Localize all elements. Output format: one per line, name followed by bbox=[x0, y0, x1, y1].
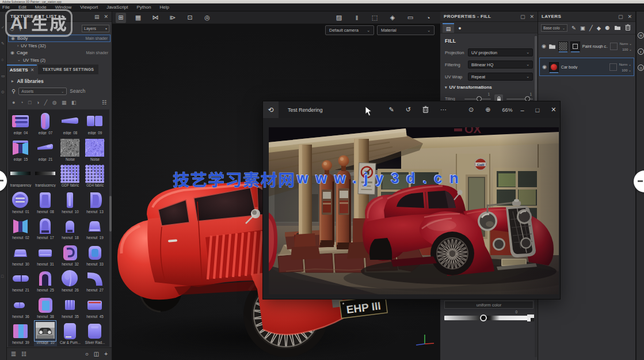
menu-item-file[interactable]: File bbox=[2, 5, 10, 10]
tool-icon[interactable]: ○ bbox=[1, 58, 6, 62]
menu-item-window[interactable]: Window bbox=[55, 5, 71, 10]
detail-view-icon[interactable]: ☷ bbox=[21, 351, 26, 357]
delete-layer-icon[interactable] bbox=[625, 24, 631, 32]
asset-item-noise[interactable]: Noise bbox=[83, 138, 106, 163]
asset-item-hexnut-01[interactable]: hexnut_01 bbox=[9, 191, 32, 215]
minimize-icon[interactable]: – bbox=[520, 107, 524, 113]
layer-row-1[interactable]: ◉Paint rough c...Norm ⌄100 ⌄ bbox=[539, 37, 634, 55]
layer-thumbnail[interactable] bbox=[549, 62, 559, 72]
asset-item-hexnut-32[interactable]: hexnut_32 bbox=[59, 243, 82, 268]
prop-dropdown-filtering[interactable]: Bilinear HQ⌄ bbox=[468, 60, 533, 69]
visibility-eye-icon[interactable]: ◉ bbox=[542, 43, 546, 49]
blend-mode[interactable]: Norm ⌄ bbox=[620, 41, 632, 46]
zoom-out-icon[interactable]: ⊙ bbox=[468, 106, 474, 113]
asset-item-hexnut-25[interactable]: hexnut_25 bbox=[34, 269, 57, 294]
prop-dropdown-projection[interactable]: UV projection⌄ bbox=[468, 48, 533, 56]
edit-render-icon[interactable]: ✎ bbox=[389, 106, 394, 113]
properties-tab-material[interactable]: ● bbox=[454, 23, 466, 33]
filter-texture-icon[interactable]: ▦ bbox=[62, 100, 67, 105]
close-icon[interactable]: ✕ bbox=[551, 106, 556, 113]
tool-icon[interactable]: ▭ bbox=[1, 74, 6, 78]
panel-close-icon[interactable]: ✕ bbox=[529, 14, 534, 20]
asset-item-vintage-10[interactable]: vintage_10 bbox=[34, 321, 57, 346]
list-view-icon[interactable]: ☰ bbox=[11, 351, 16, 357]
menu-item-python[interactable]: Python bbox=[137, 5, 151, 10]
layer-row-2[interactable]: ◉Car bodyNorm ⌄100 ⌄ bbox=[539, 58, 634, 76]
layers-filter-dropdown[interactable]: Base colo⌄ bbox=[541, 24, 567, 32]
layer-thumbnail[interactable] bbox=[558, 41, 568, 51]
asset-item-hexnut-39[interactable]: hexnut_39 bbox=[9, 321, 32, 346]
menu-item-help[interactable]: Help bbox=[159, 5, 169, 10]
uv-transformations-header[interactable]: ▾UV transformations bbox=[445, 85, 533, 90]
asset-item-translucency[interactable]: translucency bbox=[34, 164, 57, 189]
display-settings-icon[interactable]: ✉ bbox=[638, 32, 644, 39]
panel-dock-icon[interactable]: ▢ bbox=[520, 14, 525, 20]
uniform-color-knob[interactable] bbox=[480, 314, 487, 321]
zoom-in-icon[interactable]: ⊕ bbox=[485, 106, 490, 113]
asset-item-gd4-fabric[interactable]: GD4 fabric bbox=[83, 164, 106, 189]
asset-item-edge-15[interactable]: edge_15 bbox=[9, 138, 32, 163]
menu-item-javascript[interactable]: JavaScript bbox=[106, 5, 128, 10]
expand-icon[interactable]: ⌄ bbox=[17, 58, 21, 62]
uniform-color-button[interactable]: uniform color bbox=[444, 301, 534, 309]
asset-item-hexnut-19[interactable]: hexnut_19 bbox=[83, 217, 106, 241]
asset-item-edge-07[interactable]: edge_07 bbox=[34, 112, 57, 137]
asset-item-hexnut-08[interactable]: hexnut_08 bbox=[34, 191, 57, 215]
filter-material-icon[interactable]: ◑ bbox=[36, 100, 39, 105]
tiling-x-slider[interactable]: 1 bbox=[464, 98, 491, 100]
tool-icon[interactable]: ✎ bbox=[1, 41, 6, 46]
asset-item-edge-09[interactable]: edge_09 bbox=[83, 112, 106, 137]
asset-item-noise[interactable]: Noise bbox=[59, 138, 82, 163]
refresh-render-icon[interactable]: ↺ bbox=[406, 106, 411, 113]
circle-view-icon[interactable]: ○ bbox=[85, 351, 89, 357]
filter-all-icon[interactable]: ● bbox=[12, 100, 15, 105]
split-view-icon[interactable]: ◫ bbox=[94, 351, 99, 357]
search-scope-dropdown[interactable]: Assets⌄ bbox=[18, 88, 67, 95]
asset-item-transparency[interactable]: transparency bbox=[9, 164, 32, 189]
filter-alpha-icon[interactable]: □ bbox=[28, 100, 31, 105]
more-options-icon[interactable]: ⋯ bbox=[440, 106, 447, 113]
tab-texture-set-settings[interactable]: TEXTURE SET SETTINGS bbox=[38, 65, 98, 74]
tab-assets[interactable]: ASSETS✕ bbox=[7, 65, 37, 74]
layer-opacity[interactable]: 100 ⌄ bbox=[622, 68, 631, 72]
delete-render-icon[interactable] bbox=[422, 106, 429, 114]
asset-item-silver-rad-[interactable]: Silver Rad... bbox=[83, 321, 106, 346]
tool-icon[interactable]: □ bbox=[1, 274, 6, 279]
asset-item-hexnut-33[interactable]: hexnut_33 bbox=[83, 243, 106, 268]
asset-item-hexnut-10[interactable]: hexnut_10 bbox=[59, 191, 82, 215]
material-slot[interactable] bbox=[610, 43, 618, 50]
asset-item-hexnut-35[interactable]: hexnut_35 bbox=[59, 295, 82, 320]
panel-close-icon[interactable]: ✕ bbox=[627, 14, 632, 20]
camera-settings-icon[interactable]: ◎ bbox=[638, 65, 644, 71]
prop-dropdown-uv-wrap[interactable]: Repeat⌄ bbox=[468, 73, 533, 81]
properties-tab-fill[interactable]: ▤ bbox=[443, 23, 454, 33]
add-folder-icon[interactable] bbox=[614, 25, 621, 32]
asset-item-car-pum-[interactable]: Car & Pum... bbox=[59, 321, 82, 346]
asset-item-hexnut-31[interactable]: hexnut_31 bbox=[34, 243, 57, 268]
texture-set-row-body[interactable]: ◉BodyMain shader bbox=[8, 35, 110, 42]
render-window-titlebar[interactable]: ⟲ Test Rendering ✎ ↺ ⋯ ⊙ ⊕ 66% – □ ✕ bbox=[263, 101, 560, 118]
filter-brush-icon[interactable]: ◔ bbox=[20, 100, 23, 105]
visibility-eye-icon[interactable]: ◉ bbox=[10, 50, 14, 55]
asset-item-hexnut-30[interactable]: hexnut_30 bbox=[9, 243, 32, 268]
assets-tree-root[interactable]: ▸ All libraries bbox=[7, 77, 112, 86]
asset-item-hexnut-21[interactable]: hexnut_21 bbox=[9, 269, 32, 294]
asset-item-hexnut-02[interactable]: hexnut_02 bbox=[9, 217, 32, 241]
uv-tiles-row[interactable]: ⌄UV Tiles (2) bbox=[8, 56, 110, 63]
panel-dock-icon[interactable]: ▢ bbox=[618, 14, 623, 20]
asset-item-hexnut-36[interactable]: hexnut_36 bbox=[9, 295, 32, 320]
tsl-filter-icon[interactable]: ◇ bbox=[10, 25, 14, 32]
panel-close-icon[interactable]: ✕ bbox=[104, 14, 108, 20]
visibility-eye-icon[interactable]: ◉ bbox=[542, 64, 547, 70]
add-smart-mask-icon[interactable]: ⚈ bbox=[605, 25, 610, 31]
menu-item-mode[interactable]: Mode bbox=[35, 5, 47, 10]
add-fill-layer-icon[interactable]: ▣ bbox=[580, 25, 585, 31]
tool-icon[interactable]: ⊙ bbox=[1, 90, 6, 94]
menu-item-edit[interactable]: Edit bbox=[18, 5, 26, 10]
texture-set-row-cage[interactable]: ◉CageMain shader bbox=[8, 49, 110, 56]
tsl-layers-dropdown[interactable]: Layers▾ bbox=[82, 25, 109, 32]
tool-icon[interactable]: ✓ bbox=[1, 25, 6, 30]
add-paint-layer-icon[interactable]: ╱ bbox=[589, 25, 593, 31]
color-chip-icon[interactable] bbox=[527, 314, 534, 321]
material-slot[interactable] bbox=[609, 63, 617, 71]
